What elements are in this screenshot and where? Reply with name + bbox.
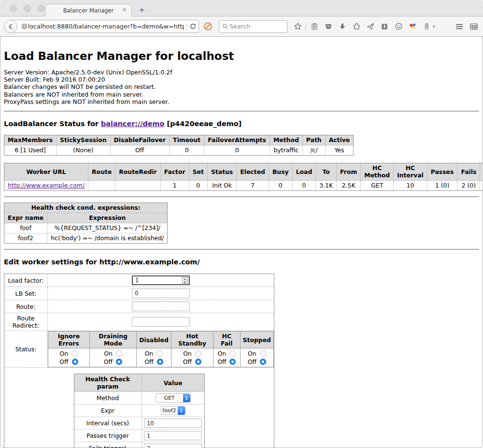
new-tab-button[interactable]: + <box>139 7 145 14</box>
url-bar[interactable] <box>11 20 199 33</box>
table-cell: hc('body') =~ /domain is established/ <box>47 233 168 244</box>
hc-fails-input[interactable] <box>144 444 202 448</box>
radio-off-selected[interactable] <box>116 359 122 365</box>
radio-on[interactable] <box>229 350 236 357</box>
back-button[interactable] <box>4 20 17 33</box>
load-factor-cell: ▲▼ <box>48 274 274 287</box>
extension-colordots-icon[interactable] <box>407 22 418 30</box>
health-check-param-table: Health Check param Value Method GET▲▼ <box>74 374 205 448</box>
tab-close-icon[interactable]: × <box>122 6 127 13</box>
toolbar-overflow-caret[interactable]: ▾ <box>433 24 438 29</box>
table-cell <box>115 181 160 191</box>
route-redirect-input[interactable] <box>132 317 190 327</box>
urlbar-divider <box>186 23 187 30</box>
bookmark-star-icon[interactable] <box>292 22 303 30</box>
status-heading-suffix: [p4420eeae_demo] <box>164 120 242 128</box>
column-header: Method <box>270 135 302 145</box>
divider <box>4 249 479 250</box>
url-input[interactable] <box>28 23 184 30</box>
browser-tab[interactable]: Balancer Manager × <box>45 4 132 16</box>
radio-on[interactable] <box>156 350 163 357</box>
balancer-demo-link[interactable]: balancer://demo <box>101 120 165 128</box>
pocket-icon[interactable] <box>323 23 334 30</box>
status-radios-hc-fail: On Off <box>213 348 240 367</box>
load-factor-input[interactable] <box>132 275 190 285</box>
column-header: Expr name <box>4 213 47 223</box>
form-row-lb-set: LB Set: <box>4 287 274 300</box>
table-cell: 0 <box>170 145 204 156</box>
column-header: StickySession <box>57 135 110 145</box>
radio-off-selected[interactable] <box>260 359 266 365</box>
off-label: Off <box>104 358 113 366</box>
on-label: On <box>60 349 69 358</box>
feedback-smiley-icon[interactable] <box>393 22 404 30</box>
close-window-button[interactable] <box>10 5 17 12</box>
column-header: Passes <box>427 163 457 181</box>
table-cell: 0 <box>292 181 316 191</box>
site-identity-globe-icon[interactable] <box>21 23 28 30</box>
tab-groups-icon[interactable] <box>469 22 478 31</box>
status-radios-disabled: On Off <box>137 348 171 367</box>
route-input[interactable] <box>132 302 190 311</box>
lb-set-input[interactable] <box>132 289 190 298</box>
hc-interval-label: Interval (secs) <box>74 417 142 430</box>
radio-on[interactable] <box>195 350 201 357</box>
tab-strip: Balancer Manager × + <box>0 0 483 16</box>
lb-set-cell <box>48 287 274 300</box>
table-cell: 0 <box>269 181 292 191</box>
worker-url-link[interactable]: http://www.example.com/ <box>8 182 85 189</box>
search-input[interactable] <box>228 22 284 30</box>
battery-extension-icon[interactable] <box>421 23 432 30</box>
health-check-cell: Health Check param Value Method GET▲▼ <box>4 368 274 448</box>
status-col-hc-fail: HC Fail <box>213 332 240 348</box>
table-cell: 6 [1 Used] <box>4 145 57 156</box>
column-header: From <box>337 163 361 181</box>
radio-off-selected[interactable] <box>72 359 78 365</box>
table-cell: 7 <box>237 181 269 191</box>
off-label: Off <box>183 358 192 366</box>
window-controls[interactable] <box>10 5 45 12</box>
column-header: Expression <box>47 213 168 223</box>
divider <box>4 196 479 197</box>
status-col-stopped: Stopped <box>240 332 273 348</box>
off-label: Off <box>217 358 226 366</box>
load-factor-label: Load factor: <box>4 274 48 287</box>
reload-button[interactable] <box>189 23 197 30</box>
form-row-status: Status: Ignore Errors Draining Mode Disa… <box>4 331 274 368</box>
radio-on[interactable] <box>71 350 78 357</box>
download-icon[interactable] <box>337 23 348 30</box>
table-row: foof2hc('body') =~ /domain is establishe… <box>4 233 168 244</box>
on-label: On <box>145 349 154 358</box>
status-col-hot-standby: Hot Standby <box>171 332 213 348</box>
balancer-status-table: MaxMembersStickySessionDisableFailoverTi… <box>4 135 354 156</box>
table-cell: 0 <box>189 181 207 191</box>
home-icon[interactable] <box>351 22 362 30</box>
zoom-window-button[interactable] <box>38 5 45 12</box>
hc-method-select[interactable]: GET▲▼ <box>156 393 191 403</box>
edit-worker-heading: Edit worker settings for http://www.exam… <box>4 258 479 266</box>
on-label: On <box>217 349 226 358</box>
menu-button[interactable] <box>455 22 464 31</box>
extension-download-panel-icon[interactable] <box>379 23 390 30</box>
hc-interval-input[interactable] <box>144 419 202 428</box>
persist-note-line: Balancer changes will NOT be persisted o… <box>4 83 479 90</box>
adblock-icon[interactable] <box>203 22 213 31</box>
number-spinner[interactable]: ▲▼ <box>182 277 188 284</box>
radio-off-selected[interactable] <box>157 359 163 365</box>
on-label: On <box>248 349 256 358</box>
minimize-window-button[interactable] <box>24 5 31 12</box>
form-row-route: Route: <box>4 300 274 313</box>
hc-fails-label: Fails trigger) <box>74 442 142 448</box>
edit-worker-form: Load factor: ▲▼ LB Set: Route: Route Red… <box>4 274 274 448</box>
hc-expr-select[interactable]: foof2▲▼ <box>161 406 185 415</box>
search-bar[interactable] <box>219 20 287 33</box>
radio-on[interactable] <box>116 350 122 357</box>
send-icon[interactable] <box>365 23 376 30</box>
reading-list-icon[interactable] <box>309 23 320 30</box>
radio-off-selected[interactable] <box>195 359 201 365</box>
hc-passes-input[interactable] <box>144 431 202 440</box>
status-label: Status: <box>4 331 48 368</box>
radio-on[interactable] <box>260 350 266 357</box>
table-row: http://www.example.com/10Init Ok7003.1K2… <box>4 181 483 191</box>
radio-off-selected[interactable] <box>229 359 236 365</box>
